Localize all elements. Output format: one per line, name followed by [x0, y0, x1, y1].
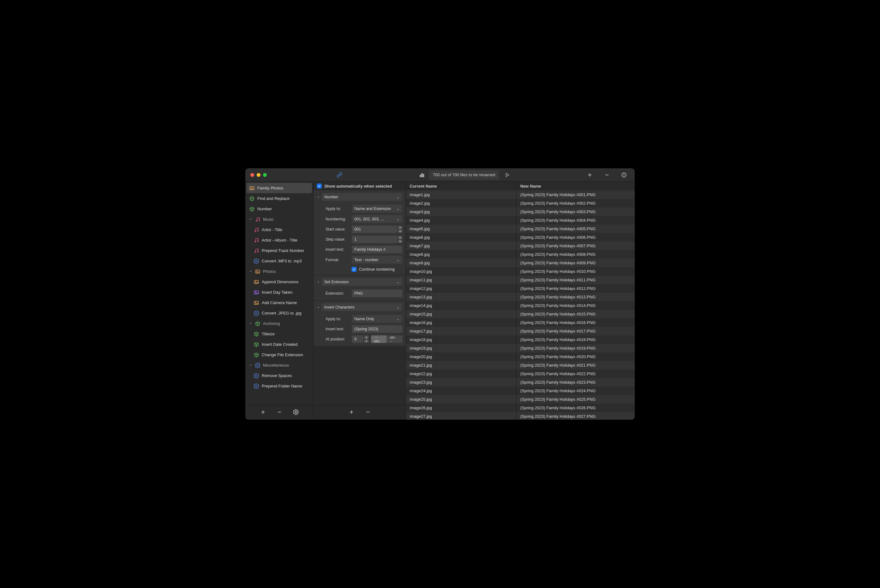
file-row[interactable]: image27.jpg(Spring 2023) Family Holidays… [406, 412, 635, 420]
continue-numbering-checkbox[interactable] [352, 267, 357, 272]
file-row[interactable]: image15.jpg(Spring 2023) Family Holidays… [406, 310, 635, 318]
column-current-name[interactable]: Current Name [406, 182, 516, 190]
column-new-name[interactable]: New Name [516, 182, 635, 190]
position-stepper[interactable]: ▲▼ [364, 335, 369, 343]
file-row[interactable]: image8.jpg(Spring 2023) Family Holidays … [406, 250, 635, 259]
insert-text-input[interactable]: (Spring 2023) [352, 325, 402, 333]
sidebar-item[interactable]: Change File Extension [247, 350, 312, 360]
sidebar-remove[interactable] [277, 409, 282, 416]
link-icon[interactable] [333, 172, 346, 178]
current-name-cell: image24.jpg [406, 387, 516, 395]
file-row[interactable]: image6.jpg(Spring 2023) Family Holidays … [406, 233, 635, 242]
sidebar-item[interactable]: Prepend Folder Name [247, 381, 312, 391]
minimize-window[interactable] [257, 173, 260, 177]
zoom-window[interactable] [263, 173, 267, 177]
sidebar-group[interactable]: Photos [247, 266, 312, 277]
sidebar-add[interactable] [260, 409, 266, 416]
file-row[interactable]: image11.jpg(Spring 2023) Family Holidays… [406, 276, 635, 284]
extension-value: PNG [354, 291, 363, 296]
sidebar-item[interactable]: Artist - Album - Title [247, 235, 312, 245]
svg-point-24 [255, 281, 256, 282]
sidebar-item[interactable]: Insert Day Taken [247, 287, 312, 297]
play-button[interactable] [501, 172, 514, 177]
position-input[interactable]: 0▲▼ [352, 335, 364, 343]
sidebar-item[interactable]: Append Dimensions [247, 277, 312, 287]
sidebar-group[interactable]: Archiving [247, 318, 312, 329]
start-stepper[interactable]: ▲▼ [398, 225, 402, 233]
gear-blue-icon [254, 383, 259, 389]
show-auto-row: Show automatically when selected [314, 182, 406, 190]
close-window[interactable] [250, 173, 254, 177]
file-row[interactable]: image26.jpg(Spring 2023) Family Holidays… [406, 404, 635, 412]
file-row[interactable]: image13.jpg(Spring 2023) Family Holidays… [406, 293, 635, 301]
svg-point-15 [257, 230, 258, 231]
file-row[interactable]: image9.jpg(Spring 2023) Family Holidays … [406, 259, 635, 267]
add-button[interactable] [584, 172, 596, 178]
file-row[interactable]: image17.jpg(Spring 2023) Family Holidays… [406, 327, 635, 335]
sidebar-item[interactable]: Titleize [247, 329, 312, 339]
show-auto-checkbox[interactable] [317, 183, 322, 189]
new-name-cell: (Spring 2023) Family Holidays #017.PNG [516, 327, 635, 335]
file-row[interactable]: image16.jpg(Spring 2023) Family Holidays… [406, 318, 635, 327]
step-value-input[interactable]: 1▲▼ [352, 236, 397, 243]
rule-type-select[interactable]: Set Extension⌄ [322, 278, 402, 286]
file-row[interactable]: image14.jpg(Spring 2023) Family Holidays… [406, 301, 635, 310]
extension-input[interactable]: PNG [352, 290, 402, 297]
rules-remove[interactable] [365, 409, 371, 416]
file-row[interactable]: image3.jpg(Spring 2023) Family Holidays … [406, 207, 635, 216]
sidebar-item[interactable]: Convert .JPEG to .jpg [247, 308, 312, 318]
file-row[interactable]: image18.jpg(Spring 2023) Family Holidays… [406, 335, 635, 344]
sidebar-item[interactable]: Prepend Track Number [247, 245, 312, 256]
file-row[interactable]: image21.jpg(Spring 2023) Family Holidays… [406, 361, 635, 369]
svg-point-13 [259, 220, 260, 221]
current-name-cell: image17.jpg [406, 327, 516, 335]
rule-block-extension: Set Extension⌄ Extension:PNG [314, 275, 406, 301]
sidebar-item[interactable]: Convert .MP3 to .mp3 [247, 256, 312, 266]
sidebar-group[interactable]: Miscellaneous [247, 360, 312, 370]
file-row[interactable]: image2.jpg(Spring 2023) Family Holidays … [406, 199, 635, 207]
minus-button[interactable] [600, 172, 613, 178]
apply-to-select[interactable]: Name and Extension⌄ [352, 205, 402, 213]
file-row[interactable]: image5.jpg(Spring 2023) Family Holidays … [406, 225, 635, 233]
numbering-select[interactable]: 001, 002, 003, ...⌄ [352, 215, 402, 223]
file-row[interactable]: image12.jpg(Spring 2023) Family Holidays… [406, 284, 635, 293]
sidebar-item[interactable]: Add Camera Name [247, 297, 312, 308]
stats-icon[interactable] [416, 172, 428, 178]
file-row[interactable]: image22.jpg(Spring 2023) Family Holidays… [406, 369, 635, 378]
file-row[interactable]: image10.jpg(Spring 2023) Family Holidays… [406, 267, 635, 276]
format-select[interactable]: Text - number⌄ [352, 256, 402, 264]
direction-backward[interactable]: abc ← [387, 335, 402, 343]
file-row[interactable]: image7.jpg(Spring 2023) Family Holidays … [406, 242, 635, 250]
svg-point-11 [251, 187, 251, 188]
step-stepper[interactable]: ▲▼ [398, 236, 402, 243]
file-row[interactable]: image19.jpg(Spring 2023) Family Holidays… [406, 344, 635, 352]
sidebar-item[interactable]: Number [247, 204, 312, 214]
sidebar-item[interactable]: Family Photos [247, 183, 312, 193]
sidebar-item[interactable]: Find and Replace [247, 193, 312, 204]
rule-type-select[interactable]: Number⌄ [322, 193, 402, 201]
sidebar-item[interactable]: Artist - Title [247, 225, 312, 235]
rules-add[interactable] [349, 409, 354, 416]
collapse-icon[interactable] [317, 304, 320, 310]
insert-text-input[interactable]: Family Holidays # [352, 246, 402, 253]
sidebar-item-label: Titleize [262, 332, 275, 336]
sidebar-settings[interactable] [293, 409, 299, 416]
apply-to-select[interactable]: Name Only⌄ [352, 315, 402, 323]
file-row[interactable]: image25.jpg(Spring 2023) Family Holidays… [406, 395, 635, 404]
direction-forward[interactable]: → abc [371, 335, 387, 343]
svg-point-16 [255, 241, 256, 242]
rule-type-select[interactable]: Insert Characters⌄ [322, 303, 402, 311]
sidebar-group[interactable]: Music [247, 214, 312, 225]
direction-segment[interactable]: → abc abc ← [371, 335, 402, 343]
file-row[interactable]: image24.jpg(Spring 2023) Family Holidays… [406, 387, 635, 395]
file-row[interactable]: image1.jpg(Spring 2023) Family Holidays … [406, 190, 635, 199]
file-row[interactable]: image20.jpg(Spring 2023) Family Holidays… [406, 352, 635, 361]
sidebar-item[interactable]: Insert Date Created [247, 339, 312, 350]
info-button[interactable] [618, 172, 630, 178]
file-row[interactable]: image4.jpg(Spring 2023) Family Holidays … [406, 216, 635, 225]
collapse-icon[interactable] [317, 279, 320, 285]
collapse-icon[interactable] [317, 194, 320, 200]
sidebar-item[interactable]: Remove Spaces [247, 370, 312, 381]
start-value-input[interactable]: 001▲▼ [352, 225, 397, 233]
file-row[interactable]: image23.jpg(Spring 2023) Family Holidays… [406, 378, 635, 387]
